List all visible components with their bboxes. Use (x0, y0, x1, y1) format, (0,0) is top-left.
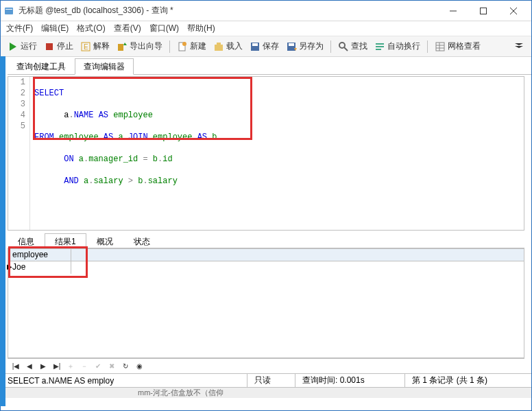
tab-overview[interactable]: 概况 (86, 233, 123, 248)
save-icon (250, 41, 261, 52)
status-time: 查询时间: 0.001s (295, 374, 405, 387)
load-button[interactable]: 载入 (210, 38, 245, 54)
status-readonly: 只读 (247, 374, 295, 387)
separator (330, 40, 331, 53)
next-record-button[interactable]: ▶ (38, 361, 49, 372)
svg-marker-15 (217, 43, 221, 45)
window-title: 无标题 @test_db (localhost_3306) - 查询 * (19, 5, 438, 16)
menu-format[interactable]: 格式(O) (77, 23, 105, 34)
status-sql: SELECT a.NAME AS employ (1, 374, 247, 387)
svg-point-21 (339, 43, 345, 48)
status-bar: SELECT a.NAME AS employ 只读 查询时间: 0.001s … (1, 373, 531, 387)
svg-rect-1 (5, 9, 12, 10)
app-icon (3, 5, 14, 16)
autowrap-button[interactable]: 自动换行 (372, 38, 423, 54)
saveas-icon (286, 41, 297, 52)
cell-employee[interactable]: ▶Joe (8, 261, 71, 274)
editor-tabs: 查询创建工具 查询编辑器 (8, 58, 531, 75)
sql-editor[interactable]: 1 2 3 4 5 SELECT a.NAME AS employee FROM… (8, 76, 524, 231)
svg-rect-3 (481, 8, 487, 14)
result-grid[interactable]: employee ▶Joe (8, 248, 524, 358)
cancel-button[interactable]: ✖ (106, 361, 117, 372)
tab-result1[interactable]: 结果1 (45, 233, 86, 248)
play-icon (8, 41, 19, 52)
maximize-button[interactable] (468, 1, 498, 21)
svg-marker-31 (515, 46, 523, 48)
svg-rect-19 (289, 43, 294, 46)
tab-status[interactable]: 状态 (123, 233, 160, 248)
run-button[interactable]: 运行 (5, 38, 40, 54)
explain-icon: E (80, 41, 91, 52)
add-record-button[interactable]: ＋ (65, 361, 76, 372)
line-number: 1 (8, 77, 29, 88)
current-row-marker: ▶ (7, 263, 12, 270)
stop-button[interactable]: 停止 (41, 38, 76, 54)
stop-icon (44, 41, 55, 52)
apply-button[interactable]: ✔ (93, 361, 104, 372)
tab-query-builder[interactable]: 查询创建工具 (8, 58, 75, 75)
svg-rect-7 (46, 43, 53, 50)
prev-record-button[interactable]: ◀ (24, 361, 35, 372)
svg-point-13 (182, 42, 186, 46)
svg-marker-30 (515, 43, 523, 45)
stop-refresh-button[interactable]: ◉ (134, 361, 145, 372)
last-record-button[interactable]: ▶| (51, 361, 62, 372)
search-icon (338, 41, 349, 52)
svg-rect-10 (118, 44, 123, 51)
column-header-employee[interactable]: employee (8, 249, 71, 261)
find-button[interactable]: 查找 (335, 38, 370, 54)
line-gutter: 1 2 3 4 5 (8, 77, 30, 230)
titlebar: 无标题 @test_db (localhost_3306) - 查询 * (1, 1, 531, 21)
load-icon (213, 41, 224, 52)
menu-help[interactable]: 帮助(H) (187, 23, 215, 34)
line-number: 3 (8, 99, 29, 110)
grid-header: employee (8, 249, 524, 261)
new-button[interactable]: 新建 (174, 38, 209, 54)
tab-info[interactable]: 信息 (8, 233, 45, 248)
line-number: 2 (8, 88, 29, 99)
menu-edit[interactable]: 编辑(E) (41, 23, 69, 34)
save-button[interactable]: 保存 (247, 38, 282, 54)
svg-rect-17 (252, 43, 258, 46)
separator (427, 40, 428, 53)
svg-rect-0 (5, 8, 13, 14)
tab-query-editor[interactable]: 查询编辑器 (75, 58, 134, 75)
new-icon (177, 41, 188, 52)
svg-marker-11 (123, 43, 127, 45)
line-number: 5 (8, 121, 29, 132)
line-number: 4 (8, 110, 29, 121)
result-tabs: 信息 结果1 概况 状态 (8, 233, 524, 248)
separator (169, 40, 170, 53)
svg-marker-6 (10, 43, 16, 51)
table-row[interactable]: ▶Joe (8, 261, 524, 274)
svg-text:E: E (84, 43, 88, 51)
left-edge-strip (0, 56, 5, 406)
grid-icon (435, 41, 446, 52)
toolbar: 运行 停止 E解释 导出向导 新建 载入 保存 另存为 查找 自动换行 网格查看 (1, 36, 531, 57)
svg-rect-26 (436, 43, 444, 51)
status-records: 第 1 条记录 (共 1 条) (405, 374, 494, 387)
close-button[interactable] (498, 1, 529, 21)
explain-button[interactable]: E解释 (77, 38, 112, 54)
menu-view[interactable]: 查看(V) (114, 23, 141, 34)
wrap-icon (374, 41, 385, 52)
delete-record-button[interactable]: － (79, 361, 90, 372)
first-record-button[interactable]: |◀ (10, 361, 21, 372)
gridview-button[interactable]: 网格查看 (432, 38, 483, 54)
toolbar-overflow[interactable] (511, 40, 527, 53)
footer-strip: mm-河北-信盒放不（信仰 (1, 387, 531, 398)
menubar: 文件(F) 编辑(E) 格式(O) 查看(V) 窗口(W) 帮助(H) (1, 21, 531, 36)
refresh-button[interactable]: ↻ (120, 361, 131, 372)
svg-rect-14 (215, 45, 223, 51)
code-content[interactable]: SELECT a.NAME AS employee FROM employee … (30, 77, 217, 230)
export-icon (117, 41, 128, 52)
menu-window[interactable]: 窗口(W) (149, 23, 179, 34)
record-navigator: |◀ ◀ ▶ ▶| ＋ － ✔ ✖ ↻ ◉ (8, 358, 524, 373)
minimize-button[interactable] (438, 1, 468, 21)
menu-file[interactable]: 文件(F) (6, 23, 33, 34)
saveas-button[interactable]: 另存为 (283, 38, 326, 54)
svg-line-22 (344, 47, 348, 51)
export-button[interactable]: 导出向导 (114, 38, 165, 54)
